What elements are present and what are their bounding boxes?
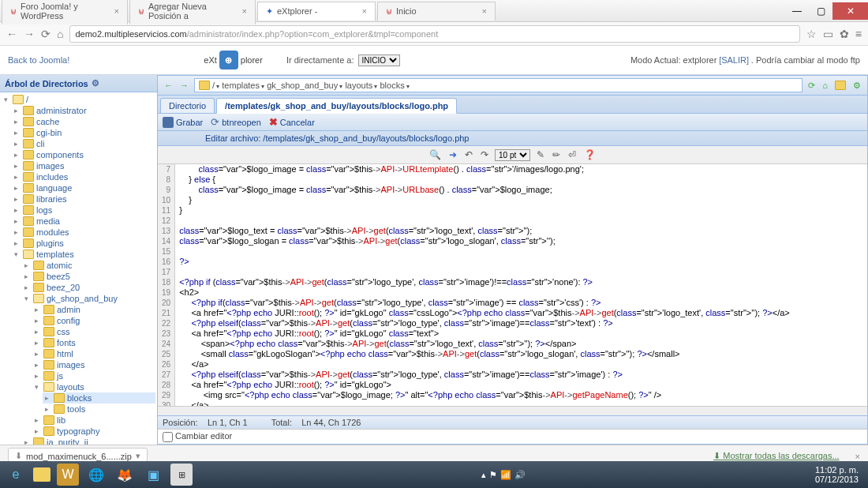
tree-item[interactable]: ▸html [32, 348, 155, 359]
tree-item[interactable]: ▸atomic [22, 260, 155, 271]
system-tray[interactable]: ▴ ⚑ 📶 🔊 [481, 470, 526, 480]
browser-tab[interactable]: ⊌Foro Joomla! y WordPress× [2, 0, 128, 24]
tree-item[interactable]: ▸plugins [12, 238, 155, 249]
code-editor[interactable]: 7891011121314151617181920212223242526272… [158, 164, 867, 406]
back-arrow-icon[interactable]: ← [163, 79, 174, 92]
window-close[interactable]: ✕ [832, 2, 868, 20]
wrap-icon[interactable]: ⏎ [567, 148, 578, 162]
tree-item[interactable]: ▸beez5 [22, 271, 155, 282]
browser-tab[interactable]: ⊌Inicio× [377, 2, 496, 21]
search-icon[interactable]: 🔍 [428, 148, 443, 162]
reload-icon[interactable]: ⟳ [806, 79, 817, 92]
tree-item[interactable]: ▸modules [12, 227, 155, 238]
tree-item[interactable]: ▸admin [32, 304, 155, 315]
volume-icon[interactable]: 🔊 [514, 470, 526, 480]
tree-item[interactable]: ▸administrator [12, 105, 155, 116]
network-icon[interactable]: 📶 [500, 470, 511, 480]
folder-icon[interactable] [833, 79, 847, 92]
redo-icon[interactable]: ↷ [479, 148, 490, 162]
phone-icon[interactable]: ▭ [823, 28, 833, 40]
tree-item[interactable]: ▸js [32, 370, 155, 381]
taskbar-clock[interactable]: 11:02 p. m. 07/12/2013 [815, 465, 863, 484]
tab-file[interactable]: /templates/gk_shop_and_buy/layouts/block… [216, 98, 457, 114]
back-icon[interactable]: ← [6, 28, 17, 40]
tree-item[interactable]: ▸cli [12, 138, 155, 149]
tree-item[interactable]: ▾gk_shop_and_buy [22, 293, 155, 304]
ie-icon[interactable]: e [5, 464, 27, 486]
tree-item[interactable]: ▸components [12, 149, 155, 160]
tree-item[interactable]: ▸cgi-bin [12, 127, 155, 138]
url-input[interactable]: demo2.multipleservicios.com/administrato… [69, 25, 799, 43]
settings-icon[interactable]: ⚙ [851, 79, 862, 92]
reload-icon[interactable]: ⟳ [41, 28, 51, 40]
goto-line-icon[interactable]: ➜ [447, 148, 458, 162]
directory-tree[interactable]: ▾/▸administrator▸cache▸cgi-bin▸cli▸compo… [0, 92, 157, 445]
close-icon[interactable]: × [482, 6, 487, 16]
tree-item[interactable]: ▸logs [12, 205, 155, 216]
reopen-button[interactable]: ⟳btnreopen [211, 116, 261, 128]
forward-arrow-icon[interactable]: → [178, 79, 190, 92]
flag-icon[interactable]: ⚑ [489, 470, 497, 480]
breadcrumb[interactable]: / templates gk_shop_and_buy layouts bloc… [194, 78, 803, 92]
app-icon[interactable]: W [57, 464, 79, 486]
window-maximize[interactable]: ▢ [809, 2, 832, 20]
browser-tab[interactable]: ⊌Agregar Nueva Posición a× [129, 0, 256, 24]
tree-item[interactable]: ▸images [12, 160, 155, 171]
tree-item[interactable]: ▸typography [32, 426, 155, 437]
switch-editor-checkbox[interactable] [163, 432, 173, 442]
tree-item[interactable]: ▸lib [32, 415, 155, 426]
app-icon[interactable]: ▣ [142, 464, 164, 486]
close-icon[interactable]: × [362, 6, 367, 16]
breadcrumb-segment[interactable]: templates [222, 81, 264, 90]
browser-tab-active[interactable]: ✦eXtplorer -× [257, 2, 376, 21]
tree-item[interactable]: ▸media [12, 216, 155, 227]
tree-item[interactable]: ▸css [32, 326, 155, 337]
close-downloads-icon[interactable]: × [855, 452, 860, 461]
fontsize-select[interactable]: 10 pt [495, 149, 530, 161]
explorer-icon[interactable] [33, 467, 51, 482]
extension-icon[interactable]: ✿ [840, 28, 849, 40]
show-all-downloads-link[interactable]: ⬇ Mostrar todas las descargas... [713, 451, 839, 461]
chrome-icon[interactable]: 🌐 [85, 464, 107, 486]
tree-root[interactable]: ▾/ [2, 94, 155, 105]
close-icon[interactable]: × [114, 6, 119, 16]
tab-directory[interactable]: Directorio [160, 98, 215, 113]
tree-item[interactable]: ▸libraries [12, 193, 155, 205]
goto-select[interactable]: INICIO [358, 54, 400, 66]
menu-icon[interactable]: ≡ [855, 28, 862, 40]
star-icon[interactable]: ☆ [806, 28, 817, 40]
highlight-icon[interactable]: ✏ [551, 148, 562, 162]
tree-item[interactable]: ▸includes [12, 171, 155, 182]
breadcrumb-segment[interactable]: layouts [345, 81, 377, 90]
chevron-down-icon[interactable]: ▾ [136, 451, 140, 461]
forward-icon[interactable]: → [24, 28, 35, 40]
tree-item[interactable]: ▸config [32, 315, 155, 326]
tree-item[interactable]: ▸cache [12, 116, 155, 127]
help-icon[interactable]: ❓ [582, 148, 597, 162]
horizontal-scrollbar[interactable] [158, 406, 867, 415]
home-icon[interactable]: ⌂ [57, 28, 63, 40]
switch-editor[interactable]: Cambiar editor [158, 429, 867, 444]
breadcrumb-segment[interactable]: / [212, 81, 219, 90]
tree-item[interactable]: ▸ja_purity_ii [22, 437, 155, 445]
home-icon[interactable]: ⌂ [821, 79, 829, 92]
tray-up-icon[interactable]: ▴ [481, 470, 486, 480]
tree-item[interactable]: ▸tools [43, 404, 155, 415]
window-minimize[interactable]: — [785, 2, 809, 20]
breadcrumb-segment[interactable]: gk_shop_and_buy [267, 81, 342, 90]
tree-item[interactable]: ▸fonts [32, 337, 155, 348]
logout-link[interactable]: [SALIR] [719, 55, 749, 65]
calculator-icon[interactable]: ⊞ [170, 464, 193, 486]
tree-item[interactable]: ▸images [32, 359, 155, 370]
close-icon[interactable]: × [242, 6, 247, 16]
breadcrumb-segment[interactable]: blocks [380, 81, 409, 90]
tree-item[interactable]: ▸blocks [43, 392, 155, 404]
back-to-joomla-link[interactable]: Back to Joomla! [8, 55, 69, 65]
brush-icon[interactable]: ✎ [535, 148, 546, 162]
tree-item[interactable]: ▾layouts [32, 381, 155, 392]
cancel-button[interactable]: ✖Cancelar [269, 116, 315, 128]
tree-item[interactable]: ▸beez_20 [22, 282, 155, 293]
firefox-icon[interactable]: 🦊 [114, 464, 136, 486]
tree-item[interactable]: ▸language [12, 182, 155, 193]
save-button[interactable]: Grabar [163, 117, 203, 128]
